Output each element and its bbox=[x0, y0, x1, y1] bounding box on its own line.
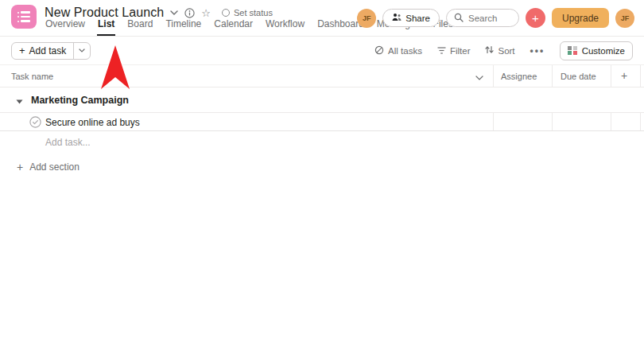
profile-avatar[interactable]: JF bbox=[615, 9, 634, 28]
quick-add-button[interactable]: + bbox=[526, 8, 545, 28]
circle-slash-icon bbox=[374, 45, 384, 56]
column-chevron-icon[interactable] bbox=[475, 72, 483, 82]
filter-button[interactable]: Filter bbox=[437, 46, 471, 56]
list-glyph-icon bbox=[17, 11, 30, 22]
people-icon bbox=[392, 13, 402, 23]
task-name: Secure online ad buys bbox=[45, 117, 140, 128]
search-box[interactable] bbox=[446, 9, 519, 27]
app-window: New Product Launch ☆ Set status Overview… bbox=[0, 0, 644, 346]
column-divider bbox=[493, 65, 494, 87]
info-icon[interactable] bbox=[184, 8, 195, 18]
plus-icon: + bbox=[17, 161, 23, 173]
search-input[interactable] bbox=[468, 14, 513, 23]
favorite-star-icon[interactable]: ☆ bbox=[201, 8, 211, 18]
section-header-marketing-campaign[interactable]: Marketing Campaign bbox=[0, 87, 644, 112]
column-divider bbox=[640, 65, 641, 87]
tab-list[interactable]: List bbox=[97, 18, 115, 36]
tab-workflow[interactable]: Workflow bbox=[265, 18, 305, 36]
share-label: Share bbox=[405, 14, 430, 23]
column-divider bbox=[552, 113, 553, 130]
list-toolbar: + Add task All tasks Filter bbox=[0, 37, 644, 65]
inline-add-task[interactable]: Add task... bbox=[0, 131, 644, 153]
sort-label: Sort bbox=[498, 46, 514, 56]
column-divider bbox=[493, 113, 494, 130]
task-list: Marketing Campaign Secure online ad buys… bbox=[0, 87, 644, 173]
all-tasks-filter[interactable]: All tasks bbox=[374, 45, 422, 56]
column-divider bbox=[552, 65, 553, 87]
column-header-task-name[interactable]: Task name bbox=[11, 72, 53, 81]
search-icon bbox=[454, 11, 464, 25]
add-section-label: Add section bbox=[29, 161, 80, 173]
column-divider bbox=[640, 113, 641, 130]
tab-calendar[interactable]: Calendar bbox=[213, 18, 254, 36]
column-divider bbox=[611, 113, 611, 130]
chevron-down-icon[interactable] bbox=[170, 10, 178, 15]
tab-board[interactable]: Board bbox=[126, 18, 153, 36]
status-circle-icon bbox=[222, 9, 230, 17]
upgrade-button[interactable]: Upgrade bbox=[552, 8, 609, 28]
share-button[interactable]: Share bbox=[382, 9, 440, 27]
project-header: New Product Launch ☆ Set status Overview… bbox=[0, 0, 644, 37]
tab-timeline[interactable]: Timeline bbox=[165, 18, 202, 36]
set-status-label: Set status bbox=[234, 8, 273, 17]
add-column-button[interactable]: + bbox=[621, 69, 627, 82]
tab-overview[interactable]: Overview bbox=[45, 18, 86, 36]
task-row[interactable]: Secure online ad buys bbox=[0, 112, 644, 131]
column-header-due-date[interactable]: Due date bbox=[561, 72, 596, 81]
all-tasks-label: All tasks bbox=[388, 46, 422, 56]
filter-label: Filter bbox=[450, 46, 471, 56]
add-task-dropdown[interactable] bbox=[73, 43, 90, 59]
sort-arrows-icon bbox=[485, 45, 494, 56]
add-task-button[interactable]: + Add task bbox=[11, 42, 91, 60]
project-color-icon[interactable] bbox=[11, 5, 37, 29]
customize-button[interactable]: Customize bbox=[560, 41, 633, 60]
set-status-button[interactable]: Set status bbox=[222, 8, 273, 17]
plus-icon: + bbox=[19, 45, 25, 56]
customize-label: Customize bbox=[582, 46, 625, 56]
task-complete-check-icon[interactable] bbox=[29, 116, 41, 131]
add-task-label: Add task bbox=[29, 45, 67, 56]
add-section-button[interactable]: + Add section bbox=[0, 161, 644, 173]
more-options-icon[interactable]: ••• bbox=[530, 45, 545, 56]
avatar[interactable]: JF bbox=[357, 9, 376, 28]
filter-icon bbox=[437, 46, 446, 56]
customize-grid-icon bbox=[568, 46, 577, 56]
column-header-assignee[interactable]: Assignee bbox=[501, 72, 537, 81]
table-header-row: Task name Assignee Due date + bbox=[0, 65, 644, 87]
sort-button[interactable]: Sort bbox=[485, 45, 514, 56]
column-divider bbox=[611, 65, 611, 87]
section-name: Marketing Campaign bbox=[31, 95, 129, 106]
section-collapse-caret-icon[interactable] bbox=[16, 93, 23, 107]
